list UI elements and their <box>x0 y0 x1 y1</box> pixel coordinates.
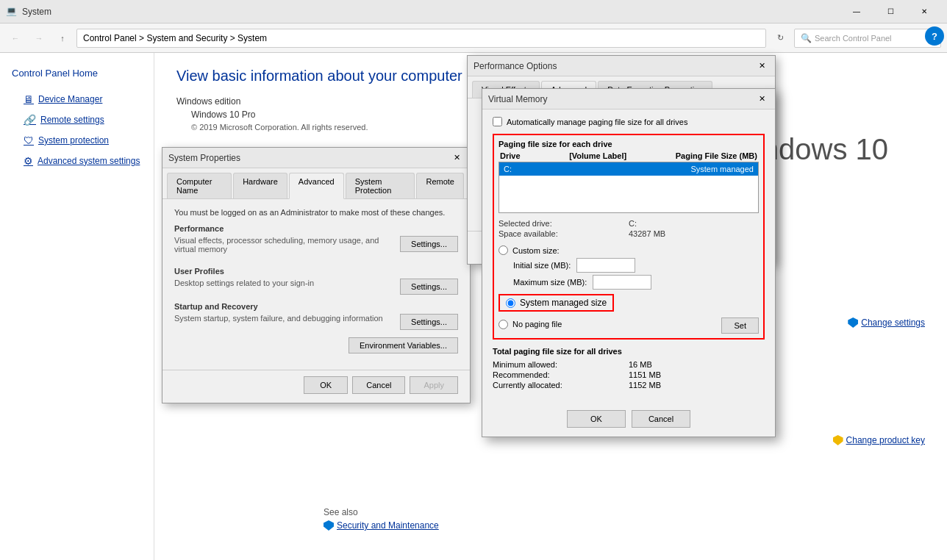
sys-props-body: You must be logged on as an Administrato… <box>162 199 470 367</box>
system-managed-container: System managed size <box>498 294 614 312</box>
auto-manage-row: Automatically manage paging file size fo… <box>493 117 765 126</box>
virtual-memory-dialog: Virtual Memory ✕ Automatically manage pa… <box>482 88 776 437</box>
tab-computer-name[interactable]: Computer Name <box>167 173 232 198</box>
window-controls: — ☐ ✕ <box>840 0 941 24</box>
system-managed-label: System managed size <box>520 298 607 308</box>
drive-row-c[interactable]: C: System managed <box>499 162 758 176</box>
sys-props-apply-button[interactable]: Apply <box>410 376 458 394</box>
startup-recovery-section: Startup and Recovery Settings... System … <box>174 302 458 330</box>
perf-opts-close-button[interactable]: ✕ <box>754 59 769 73</box>
tab-hardware[interactable]: Hardware <box>233 173 287 198</box>
selected-drive-value: C: <box>629 219 759 228</box>
initial-size-label: Initial size (MB): <box>513 261 571 270</box>
max-size-input[interactable] <box>593 275 651 290</box>
paging-section: Paging file size for each drive Drive [V… <box>493 134 765 340</box>
min-allowed-label: Minimum allowed: <box>493 360 629 369</box>
min-allowed-value: 16 MB <box>629 360 765 369</box>
sidebar: Control Panel Home 🖥 Device Manager 🔗 Re… <box>0 53 154 560</box>
address-bar: ← → ↑ Control Panel > System and Securit… <box>0 24 947 53</box>
sidebar-item-label: Device Manager <box>38 94 102 104</box>
maximize-button[interactable]: ☐ <box>873 0 907 24</box>
change-product-key-label: Change product key <box>846 435 925 445</box>
performance-section: Performance Settings... Visual effects, … <box>174 224 458 259</box>
virtual-mem-close-button[interactable]: ✕ <box>754 92 769 107</box>
sidebar-item-label: System protection <box>38 135 109 146</box>
no-paging-label: No paging file <box>512 320 562 329</box>
tab-remote[interactable]: Remote <box>416 173 464 198</box>
tab-advanced[interactable]: Advanced <box>289 173 344 199</box>
max-size-row: Maximum size (MB): <box>513 275 759 290</box>
close-button[interactable]: ✕ <box>907 0 941 24</box>
virtual-mem-ok-button[interactable]: OK <box>567 410 626 428</box>
change-product-key-link[interactable]: Change product key <box>833 435 925 445</box>
user-profiles-settings-button[interactable]: Settings... <box>400 279 458 295</box>
currently-allocated-value: 1152 MB <box>629 381 765 390</box>
sidebar-item-advanced-system-settings[interactable]: ⚙ Advanced system settings <box>0 151 154 171</box>
window-icon: 💻 <box>6 6 18 18</box>
custom-size-row: Custom size: <box>498 245 759 255</box>
total-paging-label: Total paging file size for all drives <box>493 347 765 356</box>
security-shield-icon <box>324 520 334 531</box>
drive-size: System managed <box>690 165 754 173</box>
refresh-button[interactable]: ↻ <box>771 29 790 48</box>
sys-props-ok-button[interactable]: OK <box>304 376 348 394</box>
col-volume: [Volume Label] <box>569 151 626 160</box>
initial-size-input[interactable] <box>576 258 635 273</box>
address-path[interactable]: Control Panel > System and Security > Sy… <box>76 29 766 48</box>
system-properties-dialog: System Properties ✕ Computer Name Hardwa… <box>162 147 471 403</box>
security-maintenance-link[interactable]: Security and Maintenance <box>324 520 439 531</box>
virtual-mem-titlebar: Virtual Memory ✕ <box>482 89 775 110</box>
drive-list: C: System managed <box>498 162 759 213</box>
set-button[interactable]: Set <box>721 317 759 334</box>
up-button[interactable]: ↑ <box>53 29 72 48</box>
path-text: Control Panel > System and Security > Sy… <box>83 33 267 43</box>
sys-props-cancel-button[interactable]: Cancel <box>352 376 405 394</box>
sys-props-close-button[interactable]: ✕ <box>449 151 464 165</box>
initial-size-row: Initial size (MB): <box>513 258 759 273</box>
auto-manage-checkbox[interactable] <box>493 117 502 126</box>
forward-button[interactable]: → <box>29 29 49 48</box>
help-button[interactable]: ? <box>925 26 944 46</box>
custom-size-radio[interactable] <box>498 245 508 255</box>
col-paging-size: Paging File Size (MB) <box>676 151 757 160</box>
sys-props-tabs: Computer Name Hardware Advanced System P… <box>162 168 470 199</box>
no-paging-radio[interactable] <box>498 320 508 329</box>
title-bar: 💻 System — ☐ ✕ <box>0 0 947 24</box>
perf-opts-titlebar: Performance Options ✕ <box>468 56 775 76</box>
space-available-label: Space available: <box>498 229 629 238</box>
change-settings-link[interactable]: Change settings <box>848 317 925 328</box>
startup-recovery-title: Startup and Recovery <box>174 302 458 311</box>
sys-props-title: System Properties <box>168 153 449 163</box>
sidebar-header: Control Panel Home <box>0 62 154 89</box>
paging-header: Drive [Volume Label] Paging File Size (M… <box>498 151 759 160</box>
auto-manage-label: Automatically manage paging file size fo… <box>507 118 687 126</box>
system-managed-radio[interactable] <box>506 298 515 308</box>
virtual-mem-title: Virtual Memory <box>488 94 754 104</box>
virtual-mem-cancel-button[interactable]: Cancel <box>632 410 690 428</box>
shield-icon-yellow <box>833 435 843 445</box>
tab-system-protection[interactable]: System Protection <box>346 173 415 198</box>
virtual-mem-footer: OK Cancel <box>482 404 775 437</box>
user-profiles-row: Settings... Desktop settings related to … <box>174 279 458 295</box>
see-also-label: See also <box>324 507 439 517</box>
paging-section-label: Paging file size for each drive <box>498 140 759 148</box>
sidebar-item-device-manager[interactable]: 🖥 Device Manager <box>0 89 154 110</box>
startup-recovery-settings-button[interactable]: Settings... <box>400 314 458 330</box>
recommended-label: Recommended: <box>493 370 629 379</box>
remote-settings-icon: 🔗 <box>24 114 36 126</box>
selected-drive-label: Selected drive: <box>498 219 629 228</box>
max-size-label: Maximum size (MB): <box>513 278 587 287</box>
search-icon: 🔍 <box>801 33 812 43</box>
env-variables-button[interactable]: Environment Variables... <box>349 337 458 353</box>
performance-settings-button[interactable]: Settings... <box>400 236 458 252</box>
sidebar-item-label: Remote settings <box>40 115 104 125</box>
total-paging-grid: Minimum allowed: 16 MB Recommended: 1151… <box>493 360 765 390</box>
sidebar-item-remote-settings[interactable]: 🔗 Remote settings <box>0 110 154 130</box>
minimize-button[interactable]: — <box>840 0 873 24</box>
sidebar-item-system-protection[interactable]: 🛡 System protection <box>0 130 154 151</box>
no-paging-row: No paging file <box>498 320 562 329</box>
search-box[interactable]: 🔍 Search Control Panel <box>794 29 941 48</box>
recommended-value: 1151 MB <box>629 370 765 379</box>
back-button[interactable]: ← <box>6 29 25 48</box>
total-paging-section: Total paging file size for all drives Mi… <box>493 347 765 390</box>
